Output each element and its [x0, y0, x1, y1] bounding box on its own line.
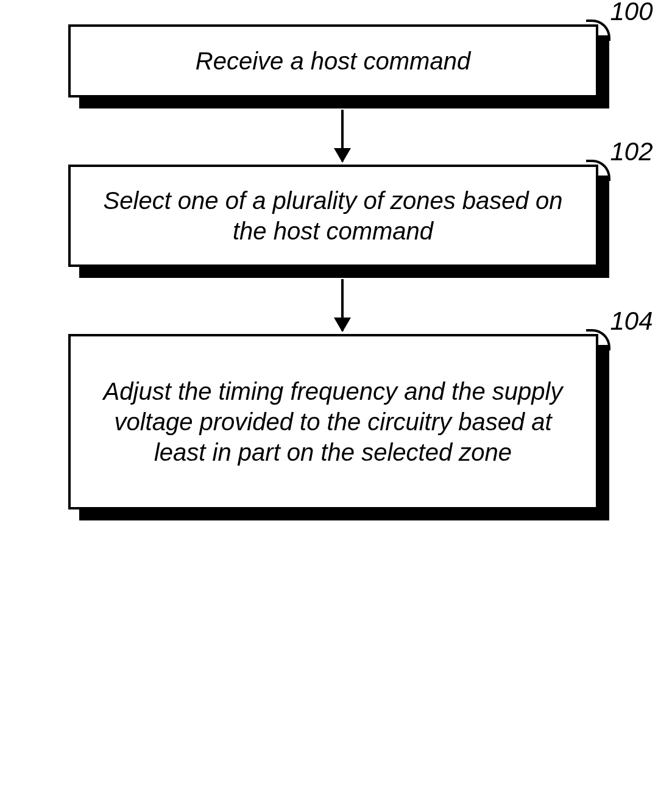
step-3-text: Adjust the timing frequency and the supp…: [68, 334, 598, 509]
arrow-2-to-3: [341, 279, 344, 331]
step-2-callout: [586, 160, 610, 181]
step-3-label: 104: [610, 307, 653, 336]
step-2: 102 Select one of a plurality of zones b…: [68, 165, 617, 267]
step-2-text: Select one of a plurality of zones based…: [68, 165, 598, 267]
arrow-1-to-2: [341, 110, 344, 162]
flowchart-container: 100 Receive a host command 102 Select on…: [49, 24, 635, 509]
step-1-text: Receive a host command: [68, 24, 598, 98]
step-1: 100 Receive a host command: [68, 24, 617, 98]
step-1-label: 100: [610, 0, 653, 26]
step-1-callout: [586, 20, 610, 41]
step-3-callout: [586, 329, 610, 350]
step-2-label: 102: [610, 137, 653, 166]
step-3: 104 Adjust the timing frequency and the …: [68, 334, 617, 509]
